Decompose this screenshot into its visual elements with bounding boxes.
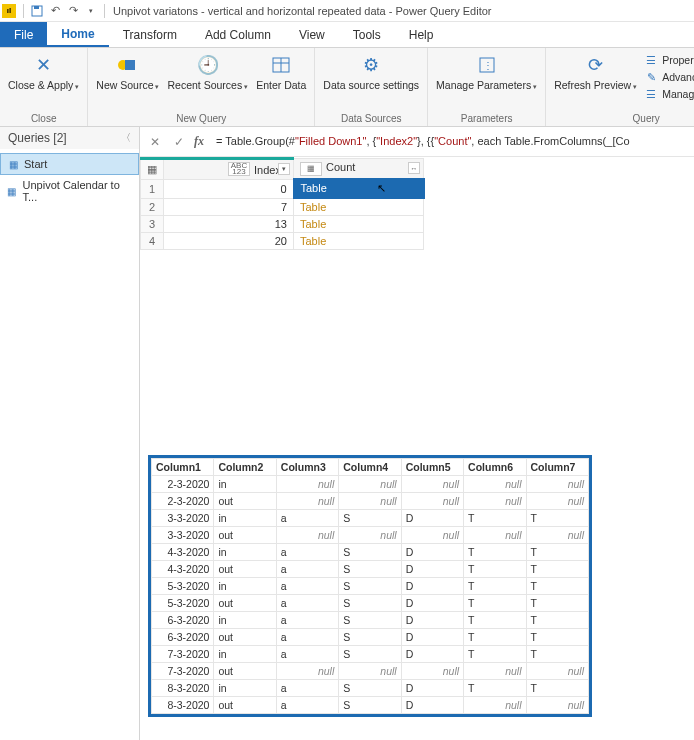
preview-cell[interactable]: out: [214, 663, 276, 680]
preview-grid[interactable]: Column1Column2Column3Column4Column5Colum…: [151, 458, 589, 714]
preview-cell[interactable]: T: [464, 595, 526, 612]
preview-cell[interactable]: out: [214, 527, 276, 544]
preview-cell[interactable]: 3-3-2020: [152, 510, 214, 527]
cancel-formula-icon[interactable]: ✕: [146, 133, 164, 151]
tab-view[interactable]: View: [285, 22, 339, 47]
preview-cell[interactable]: S: [339, 561, 401, 578]
tab-transform[interactable]: Transform: [109, 22, 191, 47]
preview-cell[interactable]: S: [339, 697, 401, 714]
preview-cell[interactable]: null: [464, 476, 526, 493]
cell-index[interactable]: 13: [164, 216, 294, 233]
preview-cell[interactable]: in: [214, 476, 276, 493]
preview-cell[interactable]: 7-3-2020: [152, 663, 214, 680]
preview-cell[interactable]: null: [464, 527, 526, 544]
query-item-start[interactable]: ▦Start: [0, 153, 139, 175]
type-table-icon[interactable]: ▦: [300, 162, 322, 176]
formula-text[interactable]: = Table.Group(#"Filled Down1", {"Index2"…: [210, 135, 688, 148]
preview-cell[interactable]: T: [464, 561, 526, 578]
preview-cell[interactable]: T: [526, 646, 588, 663]
preview-cell[interactable]: null: [339, 663, 401, 680]
collapse-icon[interactable]: 〈: [121, 131, 131, 145]
tab-help[interactable]: Help: [395, 22, 448, 47]
preview-cell[interactable]: in: [214, 680, 276, 697]
preview-cell[interactable]: null: [526, 697, 588, 714]
preview-row[interactable]: 5-3-2020outaSDTT: [152, 595, 589, 612]
preview-cell[interactable]: null: [276, 527, 338, 544]
cell-index[interactable]: 0: [164, 179, 294, 198]
qat-save-icon[interactable]: [29, 3, 45, 19]
accept-formula-icon[interactable]: ✓: [170, 133, 188, 151]
preview-cell[interactable]: a: [276, 595, 338, 612]
preview-cell[interactable]: out: [214, 697, 276, 714]
preview-cell[interactable]: a: [276, 680, 338, 697]
type-any-icon[interactable]: ABC 123: [228, 162, 250, 176]
preview-cell[interactable]: in: [214, 646, 276, 663]
preview-cell[interactable]: S: [339, 680, 401, 697]
preview-cell[interactable]: T: [526, 544, 588, 561]
preview-cell[interactable]: 3-3-2020: [152, 527, 214, 544]
preview-cell[interactable]: T: [526, 561, 588, 578]
preview-column-header[interactable]: Column7: [526, 459, 588, 476]
qat-dropdown-icon[interactable]: ▾: [83, 3, 99, 19]
preview-cell[interactable]: S: [339, 510, 401, 527]
preview-row[interactable]: 4-3-2020inaSDTT: [152, 544, 589, 561]
preview-cell[interactable]: null: [401, 663, 463, 680]
preview-cell[interactable]: null: [276, 476, 338, 493]
preview-column-header[interactable]: Column6: [464, 459, 526, 476]
preview-cell[interactable]: null: [526, 527, 588, 544]
preview-cell[interactable]: null: [464, 697, 526, 714]
preview-cell[interactable]: out: [214, 493, 276, 510]
preview-cell[interactable]: D: [401, 646, 463, 663]
preview-cell[interactable]: null: [401, 476, 463, 493]
preview-cell[interactable]: in: [214, 510, 276, 527]
preview-cell[interactable]: S: [339, 544, 401, 561]
preview-cell[interactable]: S: [339, 595, 401, 612]
recent-sources-button[interactable]: 🕘Recent Sources: [163, 50, 252, 93]
preview-cell[interactable]: D: [401, 544, 463, 561]
preview-cell[interactable]: T: [526, 629, 588, 646]
preview-cell[interactable]: null: [526, 663, 588, 680]
preview-cell[interactable]: T: [526, 680, 588, 697]
filter-dropdown-icon[interactable]: ▾: [278, 163, 290, 175]
preview-row[interactable]: 6-3-2020outaSDTT: [152, 629, 589, 646]
preview-cell[interactable]: null: [464, 493, 526, 510]
preview-cell[interactable]: 7-3-2020: [152, 646, 214, 663]
preview-cell[interactable]: T: [464, 544, 526, 561]
preview-row[interactable]: 4-3-2020outaSDTT: [152, 561, 589, 578]
preview-row[interactable]: 8-3-2020inaSDTT: [152, 680, 589, 697]
data-source-settings-button[interactable]: ⚙Data source settings: [319, 50, 423, 93]
preview-column-header[interactable]: Column1: [152, 459, 214, 476]
preview-cell[interactable]: T: [464, 646, 526, 663]
preview-cell[interactable]: null: [276, 663, 338, 680]
preview-column-header[interactable]: Column3: [276, 459, 338, 476]
preview-cell[interactable]: null: [401, 493, 463, 510]
preview-cell[interactable]: D: [401, 595, 463, 612]
preview-row[interactable]: 8-3-2020outaSDnullnull: [152, 697, 589, 714]
preview-cell[interactable]: S: [339, 578, 401, 595]
preview-cell[interactable]: a: [276, 629, 338, 646]
preview-cell[interactable]: 6-3-2020: [152, 629, 214, 646]
preview-cell[interactable]: null: [526, 493, 588, 510]
cell-index[interactable]: 7: [164, 198, 294, 216]
preview-cell[interactable]: T: [464, 629, 526, 646]
preview-cell[interactable]: D: [401, 697, 463, 714]
tab-file[interactable]: File: [0, 22, 47, 47]
preview-cell[interactable]: T: [464, 612, 526, 629]
preview-cell[interactable]: 8-3-2020: [152, 680, 214, 697]
preview-cell[interactable]: D: [401, 510, 463, 527]
preview-cell[interactable]: a: [276, 561, 338, 578]
table-row[interactable]: 27Table: [141, 198, 424, 216]
preview-cell[interactable]: in: [214, 544, 276, 561]
select-all-corner[interactable]: ▦: [141, 159, 164, 180]
preview-cell[interactable]: in: [214, 578, 276, 595]
cell-table-link[interactable]: Table: [294, 233, 424, 250]
preview-cell[interactable]: null: [401, 527, 463, 544]
advanced-editor-button[interactable]: ✎Advanced Editor: [641, 69, 694, 85]
preview-cell[interactable]: T: [526, 510, 588, 527]
preview-cell[interactable]: 4-3-2020: [152, 561, 214, 578]
preview-cell[interactable]: T: [464, 680, 526, 697]
preview-cell[interactable]: null: [526, 476, 588, 493]
preview-cell[interactable]: 4-3-2020: [152, 544, 214, 561]
manage-button[interactable]: ☰Manage: [641, 86, 694, 102]
preview-cell[interactable]: D: [401, 680, 463, 697]
